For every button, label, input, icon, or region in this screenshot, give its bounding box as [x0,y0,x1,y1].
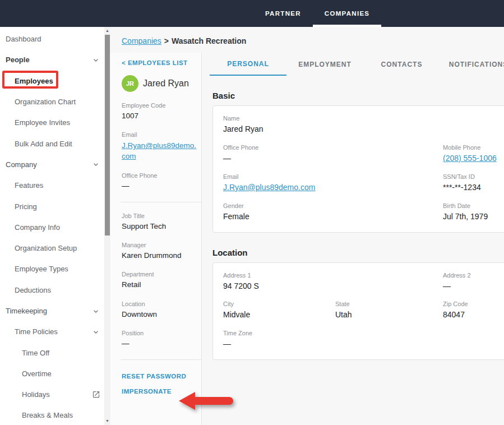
location-section-title: Location [212,248,504,257]
field-label: Manager [122,242,199,248]
field-birth-date: Birth Date Jul 7th, 1979 [443,202,504,222]
location-card: Address 1 94 7200 S Address 2 — City Mid… [212,262,504,361]
detail-tabs: PERSONAL EMPLOYMENT CONTACTS NOTIFICATIO… [210,53,504,76]
breadcrumb-separator: > [164,36,169,45]
field-value: Downtown [122,309,199,320]
field-value: — [122,339,199,349]
email-link[interactable]: J.Ryan@plus89demo.com [223,183,315,192]
tab-personal[interactable]: PERSONAL [210,53,286,76]
sidebar-item-company-info[interactable]: Company Info [0,217,110,238]
breadcrumb-current: Wasatch Recreation [172,36,246,45]
field-value: Support Tech [122,221,199,232]
back-to-employees-list-link[interactable]: < EMPLOYEES LIST [122,59,199,66]
field-manager: Manager Karen Drummond [122,242,199,261]
employee-summary-panel: < EMPLOYEES LIST JR Jared Ryan Employee … [110,53,202,425]
chevron-down-icon[interactable] [91,307,100,316]
impersonate-button[interactable]: IMPERSONATE [122,388,199,395]
field-label: SSN/Tax ID [443,173,504,180]
tab-employment[interactable]: EMPLOYMENT [286,53,363,76]
email-link[interactable]: J.Ryan@plus89demo.com [122,141,196,160]
field-label: Office Phone [223,144,443,151]
sidebar-item-company[interactable]: Company [0,154,110,175]
chevron-down-icon[interactable] [91,327,100,336]
sidebar-item-organization-setup[interactable]: Organization Setup [0,238,110,258]
field-email: Email J.Ryan@plus89demo.com [122,131,199,161]
field-address2: Address 2 — [443,272,504,292]
panel-actions: RESET PASSWORD IMPERSONATE [122,373,199,395]
sidebar-item-overtime[interactable]: Overtime [0,363,110,384]
top-nav-tabs: PARTNER COMPANIES [253,0,381,27]
field-label: City [223,301,335,307]
field-label: State [335,301,443,307]
sidebar-item-pricing[interactable]: Pricing [0,196,110,216]
sidebar-item-dashboard[interactable]: Dashboard [0,29,110,49]
scroll-up-icon[interactable]: ▲ [104,27,110,34]
sidebar-item-organization-chart[interactable]: Organization Chart [0,91,110,112]
scroll-down-icon[interactable]: ▼ [104,418,110,424]
sidebar-item-label: Company [6,160,37,169]
chevron-down-icon[interactable] [91,160,100,169]
field-office-phone: Office Phone — [223,144,443,164]
avatar: JR [122,75,138,92]
sidebar-nav: Dashboard People Employees Organization … [0,27,110,425]
tab-contacts[interactable]: CONTACTS [363,53,440,76]
reset-password-button[interactable]: RESET PASSWORD [122,373,199,380]
sidebar-scrollbar[interactable]: ▲ ▼ [104,27,110,425]
sidebar-item-holidays[interactable]: Holidays [0,384,110,405]
sidebar-item-time-off[interactable]: Time Off [0,342,110,363]
nav-tab-companies[interactable]: COMPANIES [313,0,382,27]
field-position: Position — [122,330,199,349]
mobile-phone-link[interactable]: (208) 555-1006 [443,154,497,163]
field-value: Utah [335,309,443,320]
field-address1: Address 1 94 7200 S [223,272,443,292]
chevron-down-icon[interactable] [91,56,100,64]
field-label: Office Phone [122,172,199,179]
sidebar-item-people[interactable]: People [0,49,110,70]
field-label: Employee Code [122,102,199,109]
employee-detail-content: PERSONAL EMPLOYMENT CONTACTS NOTIFICATIO… [202,53,504,425]
field-label: Name [223,115,443,122]
field-value: — [122,181,199,191]
field-label: Birth Date [443,202,504,209]
divider [121,202,201,202]
sidebar-item-features[interactable]: Features [0,175,110,196]
field-state: State Utah [335,301,443,320]
sidebar-item-employee-invites[interactable]: Employee Invites [0,112,110,133]
field-value: Jul 7th, 1979 [443,211,504,222]
field-label: Email [122,131,199,138]
field-location: Location Downtown [122,301,199,320]
breadcrumb: Companies>Wasatch Recreation [110,27,504,53]
field-value: Karen Drummond [122,251,199,261]
sidebar-item-employees[interactable]: Employees [0,71,110,91]
field-value: — [223,339,443,349]
field-value: Retail [122,280,199,290]
field-value: 84047 [443,309,504,320]
sidebar: Dashboard People Employees Organization … [0,27,110,425]
field-zip: Zip Code 84047 [443,301,504,320]
field-value: 94 7200 S [223,281,443,292]
sidebar-item-timekeeping[interactable]: Timekeeping [0,301,110,321]
sidebar-item-time-policies[interactable]: Time Policies [0,321,110,342]
field-department: Department Retail [122,271,199,290]
sidebar-item-employee-types[interactable]: Employee Types [0,258,110,279]
breadcrumb-companies-link[interactable]: Companies [122,36,161,45]
external-link-icon [92,390,100,399]
employee-name: Jared Ryan [143,78,189,89]
nav-tab-partner[interactable]: PARTNER [253,0,313,27]
field-value: Midvale [223,309,335,320]
top-navbar: PARTNER COMPANIES [0,0,504,27]
field-employee-code: Employee Code 1007 [122,102,199,121]
field-name: Name Jared Ryan [223,115,443,135]
field-gender: Gender Female [223,202,443,222]
divider [121,359,201,360]
sidebar-item-bulk-add-and-edit[interactable]: Bulk Add and Edit [0,133,110,154]
field-mobile-phone: Mobile Phone (208) 555-1006 [443,144,504,164]
tab-notifications[interactable]: NOTIFICATIONS [440,53,504,76]
field-city: City Midvale [223,301,335,320]
sidebar-item-breaks-meals[interactable]: Breaks & Meals [0,405,110,425]
scrollbar-thumb[interactable] [105,35,110,235]
field-job-title: Job Title Support Tech [122,212,199,232]
basic-section-title: Basic [212,91,504,100]
sidebar-item-deductions[interactable]: Deductions [0,280,110,301]
field-value: — [443,281,504,292]
